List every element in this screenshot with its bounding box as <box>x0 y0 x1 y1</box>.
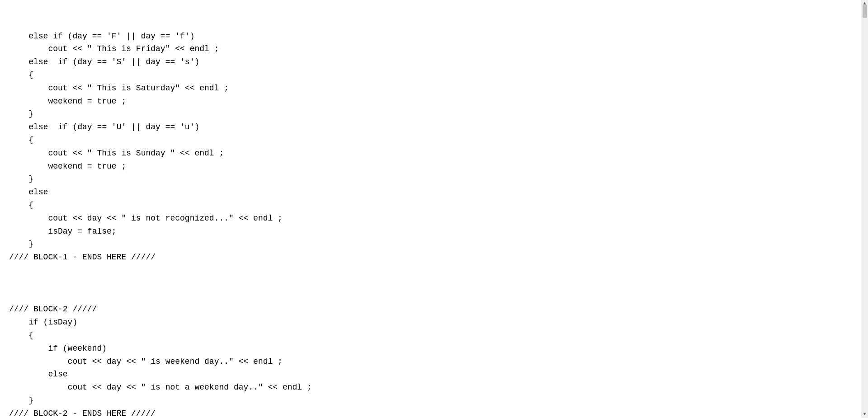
code-line: if (isDay) <box>9 316 852 329</box>
code-line: //// BLOCK-1 - ENDS HERE ///// <box>9 251 852 264</box>
code-line: cout << " This is Friday" << endl ; <box>9 42 852 56</box>
code-line: else if (day == 'F' || day == 'f') <box>9 30 852 43</box>
scrollbar-thumb[interactable] <box>863 5 867 18</box>
code-line: else if (day == 'U' || day == 'u') <box>9 121 852 134</box>
code-line: { <box>9 329 852 342</box>
code-line: cout << day << " is weekend day.." << en… <box>9 355 852 368</box>
code-line: { <box>9 199 852 212</box>
code-line: else <box>9 186 852 199</box>
code-line: cout << day << " is not a weekend day.."… <box>9 381 852 394</box>
scrollbar[interactable]: ▲ ▼ <box>861 0 868 418</box>
code-content: else if (day == 'F' || day == 'f') cout … <box>0 4 861 418</box>
code-line: } <box>9 238 852 251</box>
code-line: cout << " This is Saturday" << endl ; <box>9 82 852 95</box>
code-line: if (weekend) <box>9 342 852 355</box>
code-line: cout << " This is Sunday " << endl ; <box>9 147 852 160</box>
code-line: } <box>9 173 852 186</box>
scroll-down-arrow[interactable]: ▼ <box>861 411 868 418</box>
code-line: { <box>9 134 852 147</box>
code-line: weekend = true ; <box>9 160 852 173</box>
code-line: } <box>9 394 852 407</box>
code-line: else <box>9 368 852 381</box>
code-line <box>9 277 852 290</box>
code-line: { <box>9 69 852 82</box>
code-line <box>9 290 852 303</box>
code-line: cout << day << " is not recognized..." <… <box>9 212 852 225</box>
code-line: isDay = false; <box>9 225 852 238</box>
code-line: //// BLOCK-2 ///// <box>9 303 852 316</box>
code-line: weekend = true ; <box>9 95 852 108</box>
code-line: else if (day == 'S' || day == 's') <box>9 56 852 69</box>
code-line: //// BLOCK-2 - ENDS HERE ///// <box>9 407 852 418</box>
code-line: } <box>9 108 852 121</box>
code-line <box>9 264 852 277</box>
code-editor: else if (day == 'F' || day == 'f') cout … <box>0 0 861 418</box>
